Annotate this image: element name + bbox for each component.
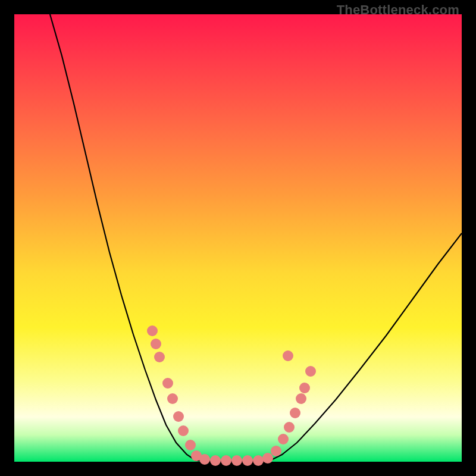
- watermark-text: TheBottleneck.com: [337, 2, 459, 18]
- chart-frame: [14, 14, 462, 462]
- bottleneck-curve: [50, 14, 462, 461]
- data-marker: [221, 455, 231, 466]
- data-marker: [271, 446, 281, 456]
- data-marker: [290, 408, 300, 418]
- data-marker: [154, 352, 165, 362]
- data-marker: [151, 339, 161, 349]
- data-marker: [283, 350, 293, 361]
- data-marker: [162, 378, 173, 389]
- data-marker: [278, 434, 289, 444]
- data-marker: [242, 455, 253, 466]
- data-marker: [253, 455, 264, 466]
- chart-svg: [14, 14, 462, 462]
- data-marker: [296, 393, 306, 404]
- data-marker: [210, 455, 221, 466]
- marker-group: [147, 325, 316, 466]
- data-marker: [262, 453, 273, 464]
- data-marker: [167, 393, 178, 404]
- data-marker: [231, 455, 242, 466]
- data-marker: [185, 440, 196, 450]
- data-marker: [199, 454, 210, 465]
- data-marker: [299, 383, 310, 393]
- data-marker: [178, 425, 189, 436]
- data-marker: [147, 325, 158, 336]
- data-marker: [284, 422, 295, 433]
- data-marker: [305, 366, 316, 377]
- data-marker: [173, 411, 184, 422]
